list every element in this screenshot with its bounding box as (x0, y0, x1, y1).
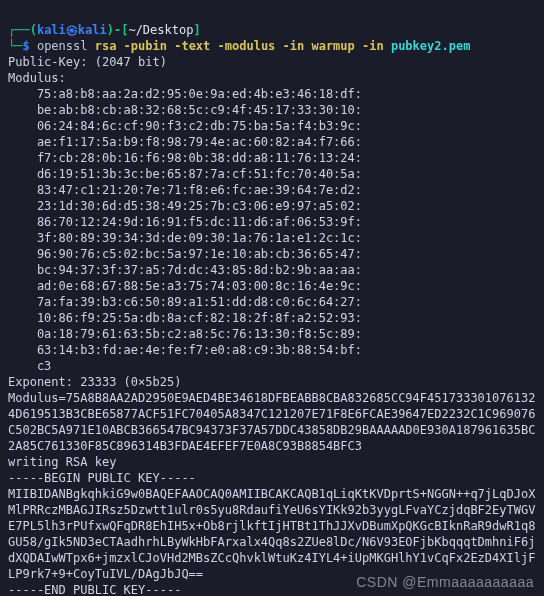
hex-row: ae:f1:17:5a:b9:f8:98:79:4e:ac:60:82:a4:f… (8, 135, 362, 149)
hex-row: 83:47:c1:21:20:7e:71:f8:e6:fc:ae:39:64:7… (8, 183, 362, 197)
prompt-line-2[interactable]: └─$ openssl rsa -pubin -text -modulus -i… (8, 39, 470, 53)
hex-row: 06:24:84:6c:cf:90:f3:c2:db:75:ba:5a:f4:b… (8, 119, 362, 133)
hex-row: 23:1d:30:6d:d5:38:49:25:7b:c3:06:e9:97:a… (8, 199, 362, 213)
out-modulus-full: Modulus=75A8B8AA2AD2950E9AED4BE34618DFBE… (8, 391, 535, 453)
out-mod-label: Modulus: (8, 71, 66, 85)
out-pubkey: Public-Key: (2047 bit) (8, 55, 167, 69)
hex-row: c3 (8, 359, 51, 373)
hex-row: 86:70:12:24:9d:16:91:f5:dc:11:d6:af:06:5… (8, 215, 362, 229)
terminal-output: ┌──(kali㉿kali)-[~/Desktop] └─$ openssl r… (0, 0, 544, 596)
hex-row: d6:19:51:3b:3c:be:65:87:7a:cf:51:fc:70:4… (8, 167, 362, 181)
prompt-line-1: ┌──(kali㉿kali)-[~/Desktop] (8, 23, 201, 37)
hex-row: 0a:18:79:61:63:5b:c2:a8:5c:76:13:30:f8:5… (8, 327, 362, 341)
out-writing: writing RSA key (8, 455, 116, 469)
pem-begin: -----BEGIN PUBLIC KEY----- (8, 471, 196, 485)
hex-row: 75:a8:b8:aa:2a:d2:95:0e:9a:ed:4b:e3:46:1… (8, 87, 362, 101)
pem-end: -----END PUBLIC KEY----- (8, 583, 181, 596)
hex-row: 10:86:f9:25:5a:db:8a:cf:82:18:2f:8f:a2:5… (8, 311, 362, 325)
hex-row: 63:14:b3:fd:ae:4e:fe:f7:e0:a8:c9:3b:88:5… (8, 343, 362, 357)
hex-row: 3f:80:89:39:34:3d:de:09:30:1a:76:1a:e1:2… (8, 231, 362, 245)
hex-row: bc:94:37:3f:37:a5:7d:dc:43:85:8d:b2:9b:a… (8, 263, 362, 277)
hex-row: 7a:fa:39:b3:c6:50:89:a1:51:dd:d8:c0:6c:6… (8, 295, 362, 309)
out-exponent: Exponent: 23333 (0×5b25) (8, 375, 181, 389)
hex-row: 96:90:76:c5:02:bc:5a:97:1e:10:ab:cb:36:6… (8, 247, 362, 261)
pem-b64: MIIBIDANBgkqhkiG9w0BAQEFAAOCAQ0AMIIBCAKC… (8, 487, 535, 581)
hex-row: f7:cb:28:0b:16:f6:98:0b:38:dd:a8:11:76:1… (8, 151, 362, 165)
hex-row: be:ab:b8:cb:a8:32:68:5c:c9:4f:45:17:33:3… (8, 103, 362, 117)
hex-row: ad:0e:68:67:88:5e:a3:75:74:03:00:8c:16:4… (8, 279, 362, 293)
